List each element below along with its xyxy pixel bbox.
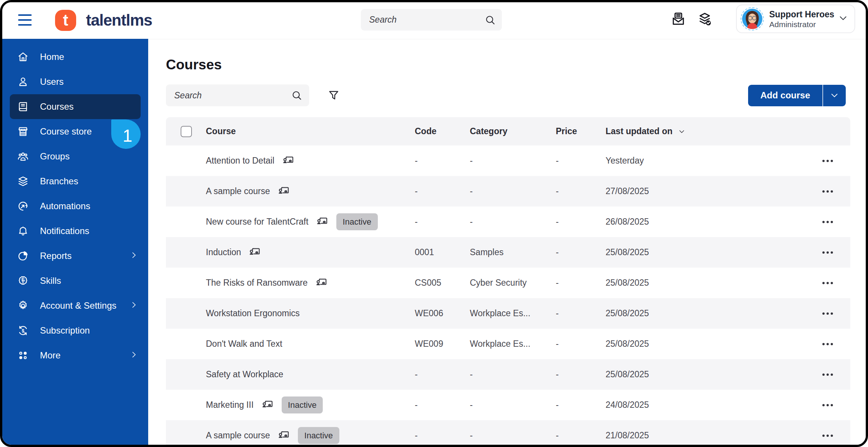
column-header-code[interactable]: Code: [415, 126, 470, 136]
course-price: -: [556, 278, 606, 288]
hamburger-menu-icon[interactable]: [18, 14, 32, 26]
sidebar-item-label: Groups: [40, 151, 70, 162]
course-updated: 25/08/2025: [606, 369, 805, 380]
search-icon[interactable]: [291, 90, 309, 101]
course-updated: 21/08/2025: [606, 430, 805, 441]
page-title: Courses: [166, 56, 846, 73]
talentlms-logo-icon[interactable]: t: [55, 10, 76, 31]
column-header-course[interactable]: Course: [206, 126, 415, 136]
row-actions-kebab-icon[interactable]: [818, 153, 837, 168]
messages-icon[interactable]: [670, 11, 687, 28]
sidebar-item-icon: [17, 51, 29, 63]
instructor-led-icon: [281, 155, 295, 167]
sort-chevron-icon[interactable]: [678, 128, 686, 135]
chevron-right-icon: [129, 251, 138, 261]
sidebar-item-branches[interactable]: Branches: [2, 169, 148, 194]
row-actions-kebab-icon[interactable]: [818, 276, 837, 291]
column-header-price[interactable]: Price: [556, 126, 606, 136]
table-row[interactable]: The Risks of Ransomware Inactive CS005 C…: [166, 268, 850, 298]
sidebar-item-label: Courses: [40, 101, 74, 112]
table-header-row: Course Code Category Price Last updated …: [166, 117, 850, 145]
course-name[interactable]: New course for TalentCraft: [206, 217, 308, 227]
courses-table: Course Code Category Price Last updated …: [166, 117, 850, 445]
sidebar-item-courses[interactable]: Courses: [10, 94, 141, 119]
table-row[interactable]: Attention to Detail Inactive - - - Yeste…: [166, 145, 850, 176]
search-icon[interactable]: [485, 14, 503, 26]
table-row[interactable]: Workstation Ergonomics Inactive WE006 Wo…: [166, 298, 850, 329]
row-actions-kebab-icon[interactable]: [818, 245, 837, 260]
sidebar-item-subscription[interactable]: $ Subscription: [2, 318, 148, 343]
course-updated: 26/08/2025: [606, 217, 805, 227]
filter-icon[interactable]: [327, 89, 340, 102]
course-code: 0001: [415, 247, 470, 257]
top-bar: t talentlms: [2, 2, 866, 39]
course-code: WE006: [415, 308, 470, 318]
sidebar-item-automations[interactable]: Automations: [2, 194, 148, 219]
add-course-button[interactable]: Add course: [748, 85, 822, 106]
sidebar-item-label: Account & Settings: [40, 300, 117, 311]
course-name[interactable]: A sample course: [206, 430, 270, 441]
sidebar-item-account-settings[interactable]: Account & Settings: [2, 293, 148, 318]
course-category: Cyber Security: [470, 278, 556, 288]
course-name[interactable]: A sample course: [206, 186, 270, 196]
sidebar-item-more[interactable]: More: [2, 343, 148, 368]
course-name[interactable]: Don't Walk and Text: [206, 339, 282, 349]
sidebar-item-icon: [17, 299, 29, 312]
table-row[interactable]: Marketing III Inactive - - - 24/08/2025: [166, 390, 850, 420]
course-category: Workplace Es...: [470, 339, 556, 349]
row-actions-kebab-icon[interactable]: [818, 398, 837, 413]
chevron-right-icon: [129, 300, 138, 311]
sidebar-item-icon: [17, 150, 29, 163]
sidebar-item-users[interactable]: Users: [2, 69, 148, 94]
chevron-right-icon: [129, 350, 138, 361]
row-actions-kebab-icon[interactable]: [818, 428, 837, 443]
sidebar-item-reports[interactable]: Reports: [2, 243, 148, 268]
table-row[interactable]: Safety at Workplace Inactive - - - 25/08…: [166, 359, 850, 390]
row-actions-kebab-icon[interactable]: [818, 337, 837, 352]
sidebar-item-label: Notifications: [40, 226, 89, 236]
select-all-checkbox[interactable]: [181, 126, 192, 137]
course-price: -: [556, 217, 606, 227]
sidebar-item-label: Branches: [40, 176, 78, 187]
sidebar-item-icon: [17, 200, 29, 213]
avatar: [742, 9, 762, 29]
course-name[interactable]: The Risks of Ransomware: [206, 278, 308, 288]
course-name[interactable]: Attention to Detail: [206, 156, 275, 166]
user-menu[interactable]: Support Heroes Administrator: [736, 5, 855, 33]
sidebar-item-icon: [17, 125, 29, 138]
click-annotation-badge: 1: [111, 119, 141, 149]
course-name[interactable]: Safety at Workplace: [206, 369, 283, 380]
instructor-led-icon: [314, 277, 328, 289]
sidebar-item-skills[interactable]: Skills: [2, 268, 148, 293]
table-row[interactable]: A sample course Inactive - - - 27/08/202…: [166, 176, 850, 207]
row-actions-kebab-icon[interactable]: [818, 367, 837, 382]
row-actions-kebab-icon[interactable]: [818, 306, 837, 321]
course-name[interactable]: Induction: [206, 247, 241, 257]
row-actions-kebab-icon[interactable]: [818, 214, 837, 230]
course-code: WE009: [415, 339, 470, 349]
sidebar: Home Users Courses Course store Groups B…: [2, 39, 148, 445]
course-code: -: [415, 156, 470, 166]
table-body: Attention to Detail Inactive - - - Yeste…: [166, 145, 850, 445]
course-price: -: [556, 247, 606, 257]
sidebar-item-home[interactable]: Home: [2, 44, 148, 69]
course-name[interactable]: Marketing III: [206, 400, 254, 410]
talentcraft-stack-icon[interactable]: [696, 11, 713, 28]
table-row[interactable]: A sample course Inactive - - - 21/08/202…: [166, 420, 850, 445]
table-row[interactable]: Don't Walk and Text Inactive WE009 Workp…: [166, 329, 850, 359]
instructor-led-icon: [261, 399, 274, 411]
sidebar-item-icon: [17, 274, 29, 287]
course-category: Workplace Es...: [470, 308, 556, 318]
add-course-dropdown-button[interactable]: [822, 85, 846, 106]
course-updated: 25/08/2025: [606, 247, 805, 257]
column-header-category[interactable]: Category: [470, 126, 556, 136]
table-row[interactable]: Induction Inactive 0001 Samples - 25/08/…: [166, 237, 850, 268]
column-header-last-updated[interactable]: Last updated on: [606, 126, 805, 136]
courses-search-input[interactable]: [166, 90, 291, 101]
global-search-input[interactable]: [361, 15, 485, 25]
course-name[interactable]: Workstation Ergonomics: [206, 308, 300, 318]
sidebar-item-label: Home: [40, 52, 64, 62]
table-row[interactable]: New course for TalentCraft Inactive - - …: [166, 207, 850, 237]
sidebar-item-notifications[interactable]: Notifications: [2, 219, 148, 243]
row-actions-kebab-icon[interactable]: [818, 184, 837, 199]
